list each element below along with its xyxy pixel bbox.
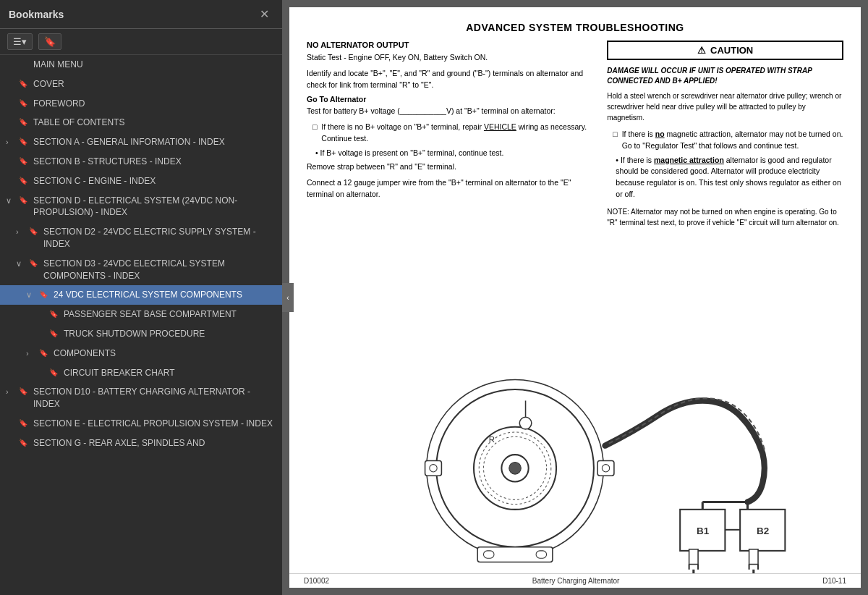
expand-icon-sec-d[interactable]: ∨: [6, 195, 16, 206]
svg-text:B2: B2: [757, 526, 769, 536]
bookmark-list: MAIN MENU🔖COVER🔖FOREWORD🔖TABLE OF CONTEN…: [0, 55, 282, 595]
bookmark-item-sec-d3[interactable]: ∨🔖SECTION D3 - 24VDC ELECTRICAL SYSTEM C…: [0, 254, 282, 286]
bookmark-icon-sec-d: 🔖: [19, 195, 29, 206]
footer-page-number: D10-11: [822, 577, 846, 585]
bookmark-icon-sec-c: 🔖: [19, 176, 29, 186]
svg-rect-8: [602, 465, 609, 472]
bookmark-icon-24vdc-components: 🔖: [39, 290, 49, 300]
bookmark-icon-sec-a: 🔖: [19, 137, 29, 147]
bookmark-icon-truck-shutdown: 🔖: [49, 329, 59, 339]
document-title: ADVANCED SYSTEM TROUBLESHOOTING: [307, 22, 843, 33]
para3: Test for battery B+ voltage (___________…: [307, 106, 595, 117]
sidebar-title: Bookmarks: [9, 9, 64, 20]
toolbar-bookmark-button[interactable]: 🔖: [38, 33, 61, 50]
expand-icon-components[interactable]: ›: [26, 348, 36, 359]
caution-box: ⚠ CAUTION: [607, 41, 843, 60]
sidebar-close-button[interactable]: ✕: [255, 6, 273, 22]
bookmark-label-truck-shutdown: TRUCK SHUTDOWN PROCEDURE: [64, 328, 276, 340]
bookmark-item-truck-shutdown[interactable]: 🔖TRUCK SHUTDOWN PROCEDURE: [0, 324, 282, 344]
svg-text:B1: B1: [697, 526, 710, 536]
bookmark-item-foreword[interactable]: 🔖FOREWORD: [0, 94, 282, 114]
svg-text:R: R: [489, 435, 495, 444]
doc-right-column: ⚠ CAUTION DAMAGE WILL OCCUR IF UNIT IS O…: [607, 41, 843, 228]
note-text: NOTE: Alternator may not be turned on wh…: [607, 206, 843, 228]
para2: Identify and locate "B+", "E", and "R" a…: [307, 68, 595, 91]
document-body: NO ALTERNATOR OUTPUT Static Test - Engin…: [307, 41, 843, 228]
bookmark-icon-toc: 🔖: [19, 117, 29, 127]
bookmark-item-cover[interactable]: 🔖COVER: [0, 75, 282, 94]
bookmark-icon-sec-d3: 🔖: [29, 258, 39, 269]
bookmark-icon-passenger-seat: 🔖: [49, 309, 59, 319]
bookmark-item-components[interactable]: ›🔖COMPONENTS: [0, 344, 282, 363]
footer-doc-number: D10002: [304, 577, 329, 585]
bookmark-item-sec-a[interactable]: ›🔖SECTION A - GENERAL INFORMATION - INDE…: [0, 132, 282, 152]
bookmark-item-sec-d[interactable]: ∨🔖SECTION D - ELECTRICAL SYSTEM (24VDC N…: [0, 191, 282, 223]
bullet3-item: □ If there is no magnetic attraction, al…: [613, 129, 843, 152]
bullet1-item: □ If there is no B+ voltage on "B+" term…: [312, 122, 595, 145]
bookmark-icon-sec-d2: 🔖: [29, 227, 39, 237]
bookmark-item-24vdc-components[interactable]: ∨🔖24 VDC ELECTRICAL SYSTEM COMPONENTS: [0, 285, 282, 305]
bookmark-label-components: COMPONENTS: [54, 347, 276, 360]
bookmark-icon-sec-d10: 🔖: [19, 387, 29, 397]
bookmark-label-sec-d2: SECTION D2 - 24VDC ELECTRIC SUPPLY SYSTE…: [43, 226, 276, 250]
section-heading: NO ALTERNATOR OUTPUT: [307, 41, 595, 49]
document-page: ADVANCED SYSTEM TROUBLESHOOTING NO ALTER…: [289, 7, 861, 573]
magnetic-attraction-underline: magnetic attraction: [654, 156, 724, 164]
diagram-area: R B1 B2: [289, 363, 861, 573]
bookmark-label-sec-d3: SECTION D3 - 24VDC ELECTRICAL SYSTEM COM…: [43, 258, 276, 282]
vehicle-link: VEHICLE: [484, 122, 516, 131]
bookmark-icon-sec-e: 🔖: [19, 418, 29, 429]
bullet1-text: If there is no B+ voltage on "B+" termin…: [321, 122, 595, 145]
expand-icon-sec-d10[interactable]: ›: [6, 387, 16, 397]
bullet3-sq-icon: □: [613, 129, 617, 152]
expand-icon-sec-d3[interactable]: ∨: [16, 258, 26, 269]
bookmark-item-sec-d2[interactable]: ›🔖SECTION D2 - 24VDC ELECTRIC SUPPLY SYS…: [0, 222, 282, 254]
bookmark-item-sec-g[interactable]: 🔖SECTION G - REAR AXLE, SPINDLES AND: [0, 434, 282, 453]
svg-point-13: [519, 417, 532, 429]
bookmark-label-sec-b: SECTION B - STRUCTURES - INDEX: [33, 156, 276, 168]
bookmark-label-sec-e: SECTION E - ELECTRICAL PROPULSION SYSTEM…: [33, 418, 276, 430]
document-footer: D10002 Battery Charging Alternator D10-1…: [289, 573, 861, 588]
para4: Remove strap between "R" and "E" termina…: [307, 161, 595, 173]
bullet3-text: If there is no magnetic attraction, alte…: [622, 129, 843, 152]
expand-icon-sec-d2[interactable]: ›: [16, 227, 26, 237]
bookmark-item-sec-b[interactable]: 🔖SECTION B - STRUCTURES - INDEX: [0, 152, 282, 172]
bookmark-label-main-menu: MAIN MENU: [33, 59, 276, 71]
svg-rect-17: [689, 549, 698, 565]
bookmark-label-sec-g: SECTION G - REAR AXLE, SPINDLES AND: [33, 437, 276, 450]
bookmark-icon-cover: 🔖: [19, 79, 29, 89]
bookmark-item-sec-c[interactable]: 🔖SECTION C - ENGINE - INDEX: [0, 172, 282, 191]
caution-warning-text: DAMAGE WILL OCCUR IF UNIT IS OPERATED WI…: [607, 66, 843, 86]
caution-triangle-icon: ⚠: [697, 45, 706, 56]
bookmark-item-sec-d10[interactable]: ›🔖SECTION D10 - BATTERY CHARGING ALTERNA…: [0, 382, 282, 414]
para1: Static Test - Engine OFF, Key ON, Batter…: [307, 52, 595, 64]
bullet2-item: • If B+ voltage is present on "B+" termi…: [315, 148, 595, 159]
collapse-sidebar-button[interactable]: ‹: [282, 283, 294, 312]
svg-rect-10: [483, 551, 494, 558]
sidebar: Bookmarks ✕ ☰▾ 🔖 MAIN MENU🔖COVER🔖FOREWOR…: [0, 0, 282, 595]
bookmark-item-main-menu[interactable]: MAIN MENU: [0, 55, 282, 75]
svg-rect-11: [536, 551, 547, 558]
sidebar-toolbar: ☰▾ 🔖: [0, 29, 282, 55]
para5: Connect a 12 gauge jumper wire from the …: [307, 177, 595, 201]
bullet1-sq-icon: □: [312, 122, 317, 145]
caution-title: ⚠ CAUTION: [614, 45, 836, 56]
bookmark-item-circuit-breaker[interactable]: 🔖CIRCUIT BREAKER CHART: [0, 363, 282, 383]
caution-desc-text: Hold a steel wrench or screwdriver near …: [607, 90, 843, 123]
bullet4-item: • If there is magnetic attraction altern…: [616, 155, 843, 201]
toolbar-menu-button[interactable]: ☰▾: [7, 33, 33, 50]
bookmark-item-passenger-seat[interactable]: 🔖PASSENGER SEAT BASE COMPARTMENT: [0, 305, 282, 324]
main-content: ADVANCED SYSTEM TROUBLESHOOTING NO ALTER…: [282, 0, 868, 595]
bookmark-label-cover: COVER: [33, 78, 276, 90]
bookmark-label-24vdc-components: 24 VDC ELECTRICAL SYSTEM COMPONENTS: [54, 289, 276, 301]
bookmark-label-circuit-breaker: CIRCUIT BREAKER CHART: [64, 367, 276, 379]
doc-left-column: NO ALTERNATOR OUTPUT Static Test - Engin…: [307, 41, 595, 228]
svg-point-4: [509, 463, 522, 475]
sidebar-header: Bookmarks ✕: [0, 0, 282, 29]
bookmark-icon-circuit-breaker: 🔖: [49, 368, 59, 378]
expand-icon-sec-a[interactable]: ›: [6, 137, 16, 148]
bookmark-item-toc[interactable]: 🔖TABLE OF CONTENTS: [0, 113, 282, 132]
bookmark-label-sec-d: SECTION D - ELECTRICAL SYSTEM (24VDC NON…: [33, 195, 276, 219]
bookmark-item-sec-e[interactable]: 🔖SECTION E - ELECTRICAL PROPULSION SYSTE…: [0, 414, 282, 434]
expand-icon-24vdc-components[interactable]: ∨: [26, 290, 36, 300]
